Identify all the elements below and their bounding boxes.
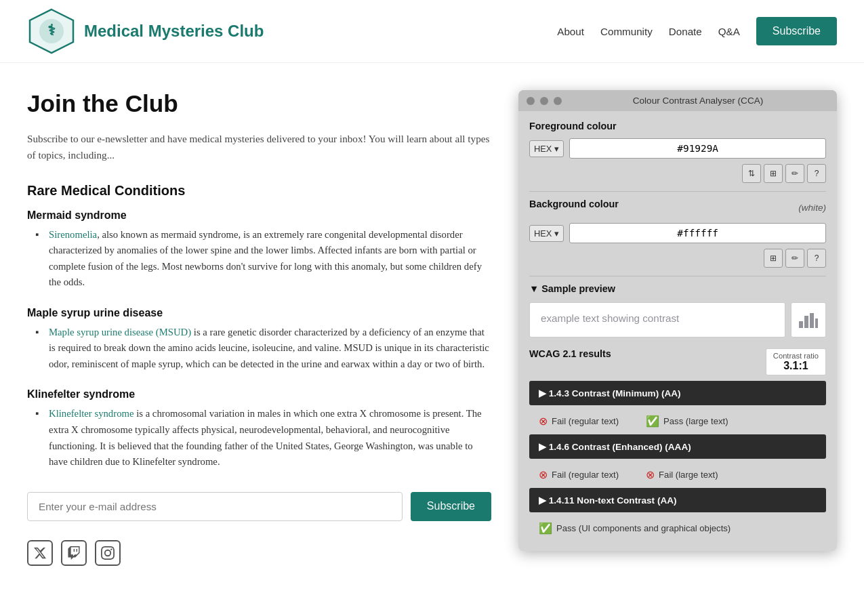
result-3-pass: ✅ Pass (UI components and graphical obje… (539, 522, 731, 535)
result-2-fail-regular-label: Fail (regular text) (552, 470, 619, 480)
form-subscribe-button[interactable]: Subscribe (411, 492, 491, 521)
instagram-icon[interactable] (95, 540, 121, 566)
sample-preview-header: ▼ Sample preview (529, 283, 826, 294)
condition-desc-mermaid: , also known as mermaid syndrome, is an … (49, 229, 482, 288)
cca-divider-2 (529, 276, 826, 276)
wcag-result-2-label: ▶ 1.4.6 Contrast (Enhanced) (AAA) (539, 441, 691, 452)
fail-icon-2: ⊗ (539, 468, 548, 481)
result-1-fail-regular-label: Fail (regular text) (552, 416, 619, 426)
wcag-header: WCAG 2.1 results Contrast ratio 3.1:1 (529, 348, 826, 375)
wcag-result-3-details: ✅ Pass (UI components and graphical obje… (529, 518, 826, 541)
cca-widget: Colour Contrast Analyser (CCA) Foregroun… (518, 90, 837, 551)
bg-hex-input[interactable] (569, 223, 826, 243)
intro-text: Subscribe to our e-newsletter and have m… (27, 131, 491, 164)
bg-format-select[interactable]: HEX ▾ (529, 225, 564, 242)
result-1-pass-large: ✅ Pass (large text) (646, 415, 728, 428)
fg-eyedropper-icon[interactable]: ✏ (785, 164, 804, 183)
result-1-pass-large-label: Pass (large text) (663, 416, 728, 426)
bg-header: Background colour (white) (529, 199, 826, 216)
content-area: Join the Club Subscribe to our e-newslet… (27, 90, 491, 566)
svg-rect-6 (815, 319, 818, 328)
svg-rect-3 (799, 321, 803, 328)
condition-name-mermaid: Mermaid syndrome (27, 209, 491, 222)
cca-dot-1 (527, 97, 535, 105)
nav-qa[interactable]: Q&A (718, 26, 740, 37)
white-label: (white) (798, 203, 826, 213)
fg-help-icon[interactable]: ? (807, 164, 826, 183)
wcag-result-1[interactable]: ▶ 1.4.3 Contrast (Minimum) (AA) (529, 381, 826, 405)
condition-name-msud: Maple syrup urine disease (27, 307, 491, 319)
foreground-label: Foreground colour (529, 121, 826, 131)
svg-rect-4 (804, 316, 808, 328)
bg-help-icon[interactable]: ? (807, 249, 826, 268)
foreground-row: HEX ▾ (529, 138, 826, 159)
site-title: Medical Mysteries Club (84, 22, 264, 41)
wcag-result-2[interactable]: ▶ 1.4.6 Contrast (Enhanced) (AAA) (529, 434, 826, 459)
wcag-result-2-details: ⊗ Fail (regular text) ⊗ Fail (large text… (529, 464, 826, 488)
header-subscribe-button[interactable]: Subscribe (756, 17, 837, 45)
cca-divider-1 (529, 191, 826, 192)
list-item: Klinefelter syndrome is a chromosomal va… (35, 406, 491, 470)
result-1-fail-regular: ⊗ Fail (regular text) (539, 415, 619, 428)
bg-settings-icon[interactable]: ⊞ (764, 249, 783, 268)
svg-text:⚕: ⚕ (47, 22, 56, 39)
svg-rect-5 (810, 313, 814, 328)
fg-swap-icon[interactable]: ⇅ (742, 164, 761, 183)
result-2-fail-large: ⊗ Fail (large text) (646, 468, 718, 481)
contrast-ratio-label: Contrast ratio (773, 352, 819, 360)
list-item: Sirenomelia, also known as mermaid syndr… (35, 227, 491, 291)
wcag-result-1-label: ▶ 1.4.3 Contrast (Minimum) (AA) (539, 388, 681, 398)
fg-hex-input[interactable] (569, 138, 826, 159)
contrast-box: Contrast ratio 3.1:1 (766, 348, 826, 375)
nav-donate[interactable]: Donate (669, 26, 702, 37)
condition-name-klinefelter: Klinefelter syndrome (27, 388, 491, 401)
email-input[interactable] (27, 492, 403, 521)
fg-settings-icon[interactable]: ⊞ (764, 164, 783, 183)
background-row: HEX ▾ (529, 223, 826, 243)
wcag-result-3-label: ▶ 1.4.11 Non-text Contrast (AA) (539, 495, 677, 506)
site-logo: ⚕ (27, 7, 76, 56)
cca-title: Colour Contrast Analyser (CCA) (567, 96, 829, 106)
list-item: Maple syrup urine disease (MSUD) is a ra… (35, 325, 491, 373)
result-3-pass-label: Pass (UI components and graphical object… (556, 523, 731, 533)
social-icons (27, 540, 491, 566)
wcag-result-3[interactable]: ▶ 1.4.11 Non-text Contrast (AA) (529, 488, 826, 512)
wcag-title: WCAG 2.1 results (529, 348, 611, 359)
chart-preview (791, 302, 826, 337)
main-nav: About Community Donate Q&A Subscribe (557, 17, 837, 45)
main-container: Join the Club Subscribe to our e-newslet… (0, 63, 864, 593)
page-title: Join the Club (27, 90, 491, 117)
cca-dot-3 (554, 97, 562, 105)
twitter-icon[interactable] (27, 540, 53, 566)
subscribe-form: Subscribe (27, 492, 491, 521)
section-title: Rare Medical Conditions (27, 183, 491, 199)
nav-about[interactable]: About (557, 26, 584, 37)
wcag-result-1-details: ⊗ Fail (regular text) ✅ Pass (large text… (529, 411, 826, 434)
klinefelter-link[interactable]: Klinefelter syndrome (49, 408, 133, 419)
cca-titlebar: Colour Contrast Analyser (CCA) (518, 90, 837, 111)
bg-icon-row: ⊞ ✏ ? (529, 249, 826, 268)
sirenomelia-link[interactable]: Sirenomelia (49, 229, 97, 240)
sample-preview-label: ▼ Sample preview (529, 283, 615, 294)
site-header: ⚕ Medical Mysteries Club About Community… (0, 0, 864, 63)
pass-icon-3: ✅ (539, 522, 552, 535)
background-label: Background colour (529, 199, 619, 209)
condition-mermaid: Mermaid syndrome Sirenomelia, also known… (27, 209, 491, 291)
fg-icon-row: ⇅ ⊞ ✏ ? (529, 164, 826, 183)
logo-area: ⚕ Medical Mysteries Club (27, 7, 264, 56)
fail-icon-1: ⊗ (539, 415, 548, 428)
result-2-fail-regular: ⊗ Fail (regular text) (539, 468, 619, 481)
twitch-icon[interactable] (61, 540, 87, 566)
sample-preview-area: example text showing contrast (529, 302, 826, 337)
condition-msud: Maple syrup urine disease Maple syrup ur… (27, 307, 491, 373)
result-2-fail-large-label: Fail (large text) (659, 470, 718, 480)
bg-eyedropper-icon[interactable]: ✏ (785, 249, 804, 268)
contrast-ratio-value: 3.1:1 (773, 360, 819, 372)
msud-link[interactable]: Maple syrup urine disease (MSUD) (49, 327, 191, 337)
cca-dot-2 (540, 97, 548, 105)
fg-format-select[interactable]: HEX ▾ (529, 140, 564, 157)
sample-text-preview: example text showing contrast (529, 302, 785, 337)
pass-icon-1: ✅ (646, 415, 659, 428)
nav-community[interactable]: Community (600, 26, 653, 37)
condition-klinefelter: Klinefelter syndrome Klinefelter syndrom… (27, 388, 491, 470)
